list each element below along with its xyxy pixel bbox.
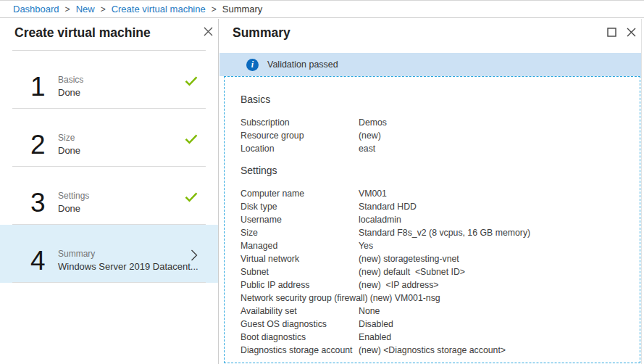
summary-row: Public IP address(new) <IP address> (241, 278, 637, 291)
step-number: 4 (30, 247, 58, 274)
step-status: Done (58, 87, 83, 98)
row-label: Subscription (241, 116, 356, 129)
row-label: Availability set (241, 305, 356, 318)
summary-row: SubscriptionDemos (241, 116, 637, 129)
row-value: east (359, 142, 375, 155)
chevron-right-icon (191, 249, 198, 262)
row-value: Standard HDD (359, 200, 417, 213)
row-value: (new) <IP address> (359, 278, 439, 291)
breadcrumb: Dashboard>New>Create virtual machine>Sum… (0, 0, 644, 18)
row-label: Virtual network (241, 252, 356, 265)
summary-row: Computer nameVM001 (241, 187, 637, 200)
row-value: localadmin (359, 213, 401, 226)
breadcrumb-separator: > (212, 4, 217, 15)
summary-row: Locationeast (241, 142, 637, 155)
breadcrumb-item-create-virtual-machine[interactable]: Create virtual machine (112, 4, 206, 15)
check-icon (185, 75, 198, 86)
row-label: Public IP address (241, 278, 356, 291)
summary-row: Usernamelocaladmin (241, 213, 637, 226)
step-label: Basics (58, 75, 83, 85)
create-vm-panel: Create virtual machine 1BasicsDone2SizeD… (0, 19, 219, 364)
breadcrumb-item-new[interactable]: New (76, 4, 95, 15)
section-title: Basics (241, 94, 637, 105)
row-label: Subnet (241, 265, 356, 278)
banner-text: Validation passed (267, 59, 338, 70)
step-size[interactable]: 2SizeDone (0, 109, 218, 167)
row-value: Demos (359, 116, 387, 129)
wizard-steps: 1BasicsDone2SizeDone3SettingsDone4Summar… (0, 51, 218, 283)
row-label: Disk type (241, 200, 356, 213)
row-value: (new) storagetesting-vnet (359, 252, 459, 265)
row-label: Managed (241, 239, 356, 252)
row-value: Disabled (359, 318, 393, 331)
close-icon[interactable] (203, 26, 214, 37)
section-title: Settings (241, 165, 637, 176)
row-value: VM001 (359, 187, 387, 200)
scrollbar-track[interactable] (641, 19, 642, 364)
summary-row: Disk typeStandard HDD (241, 200, 637, 213)
close-icon[interactable] (626, 27, 637, 38)
check-icon (185, 191, 198, 202)
summary-row: Boot diagnosticsEnabled (241, 331, 637, 344)
row-value: (new) default <Subnet ID> (359, 265, 465, 278)
maximize-icon[interactable] (607, 28, 616, 37)
breadcrumb-separator: > (65, 4, 70, 15)
row-value: (new) VM001-nsg (370, 291, 440, 305)
summary-row: Network security group (firewall)(new) V… (241, 291, 637, 305)
breadcrumb-separator: > (101, 4, 106, 15)
row-value: Yes (359, 239, 373, 252)
row-label: Computer name (241, 187, 356, 200)
row-label: Resource group (241, 129, 356, 142)
row-label: Guest OS diagnostics (241, 318, 356, 331)
step-label: Summary (58, 249, 198, 259)
row-label: Diagnostics storage account (241, 344, 356, 357)
step-status: Windows Server 2019 Datacent... (58, 261, 198, 272)
summary-row: Availability setNone (241, 305, 637, 318)
summary-row: Subnet(new) default <Subnet ID> (241, 265, 637, 278)
row-label: Size (241, 226, 356, 239)
step-number: 3 (30, 189, 58, 216)
info-icon: i (246, 59, 259, 71)
panel-title: Create virtual machine (14, 25, 151, 41)
summary-row: Guest OS diagnosticsDisabled (241, 318, 637, 331)
step-number: 2 (30, 131, 58, 158)
step-status: Done (58, 145, 80, 156)
row-value: Standard F8s_v2 (8 vcpus, 16 GB memory) (359, 226, 530, 239)
step-status: Done (58, 203, 89, 214)
summary-row: ManagedYes (241, 239, 637, 252)
summary-row: Resource group(new) (241, 129, 637, 142)
check-icon (185, 133, 198, 144)
row-value: Enabled (359, 331, 391, 344)
step-basics[interactable]: 1BasicsDone (0, 51, 218, 109)
step-number: 1 (30, 73, 58, 100)
row-label: Location (241, 142, 356, 155)
row-label: Boot diagnostics (241, 331, 356, 344)
row-value: (new) <Diagnostics storage account> (359, 344, 506, 357)
summary-row: SizeStandard F8s_v2 (8 vcpus, 16 GB memo… (241, 226, 637, 239)
step-label: Size (58, 133, 80, 143)
breadcrumb-item-dashboard[interactable]: Dashboard (13, 4, 59, 15)
row-label: Network security group (firewall) (241, 291, 368, 305)
summary-row: Virtual network(new) storagetesting-vnet (241, 252, 637, 265)
summary-content: BasicsSubscriptionDemosResource group(ne… (241, 76, 637, 364)
row-label: Username (241, 213, 356, 226)
step-summary[interactable]: 4SummaryWindows Server 2019 Datacent... (0, 225, 218, 283)
summary-panel: Summary i Validation passed BasicsSubscr… (219, 19, 644, 364)
breadcrumb-item-summary: Summary (222, 4, 263, 15)
section-settings: SettingsComputer nameVM001Disk typeStand… (241, 165, 637, 357)
summary-row: Diagnostics storage account(new) <Diagno… (241, 344, 637, 357)
row-value: None (359, 305, 380, 318)
step-settings[interactable]: 3SettingsDone (0, 167, 218, 225)
row-value: (new) (359, 129, 381, 142)
panel-title: Summary (233, 25, 290, 41)
validation-banner: i Validation passed (219, 53, 641, 76)
step-label: Settings (58, 191, 89, 201)
section-basics: BasicsSubscriptionDemosResource group(ne… (241, 94, 637, 155)
